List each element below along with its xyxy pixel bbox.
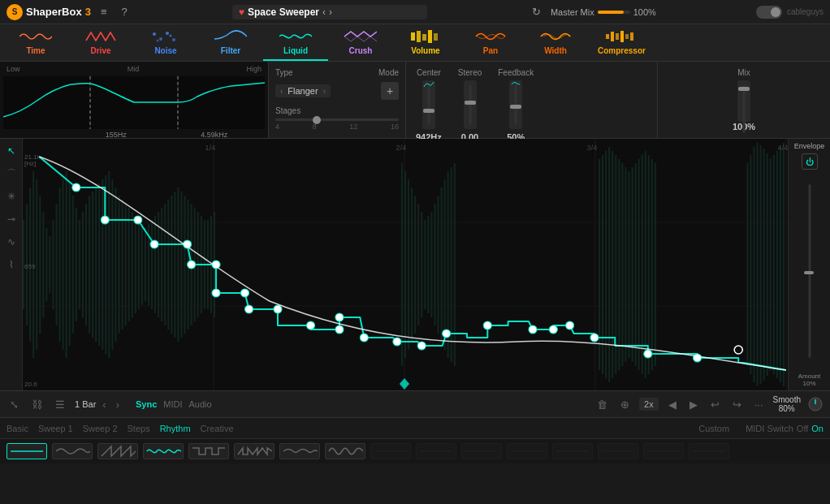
mix-thumb[interactable] — [738, 87, 750, 91]
preset-next[interactable]: › — [329, 6, 332, 18]
tab-time[interactable]: Time — [3, 24, 68, 61]
stages-numbers: 4 8 12 16 — [275, 123, 399, 131]
more-button[interactable]: ··· — [751, 397, 767, 412]
tool-cursor[interactable]: ↖ — [2, 142, 20, 160]
pattern-custom-6[interactable] — [598, 443, 638, 459]
btab-rhythm[interactable]: Rhythm — [160, 424, 191, 433]
band-display: Low Mid High 155Hz 4.59kHz — [0, 62, 268, 138]
tab-pan[interactable]: Pan — [458, 24, 523, 61]
pattern-custom-7[interactable] — [643, 443, 684, 459]
envelope-slider[interactable] — [804, 176, 815, 366]
tool-pen[interactable]: ⌒ — [2, 165, 20, 183]
svg-point-152 — [240, 289, 249, 297]
bar-next[interactable]: › — [113, 397, 123, 412]
pattern-custom-5[interactable] — [552, 443, 593, 459]
undo-button[interactable]: ↩ — [707, 397, 723, 412]
mode-button[interactable]: + — [381, 82, 399, 100]
env-thumb[interactable] — [804, 271, 814, 274]
stereo-slider[interactable] — [464, 80, 477, 129]
midi-off-label[interactable]: Off — [797, 424, 808, 433]
crush-icon — [344, 28, 377, 45]
svg-rect-103 — [612, 151, 613, 378]
envelope-power-button[interactable]: ⏻ — [802, 153, 818, 170]
stages-row: Stages 4 8 12 16 — [275, 106, 399, 131]
tool-wave[interactable]: ∿ — [2, 233, 20, 251]
btab-steps[interactable]: Steps — [128, 424, 150, 433]
pattern-custom-1[interactable] — [370, 443, 411, 459]
menu-button[interactable]: ≡ — [96, 4, 112, 19]
play-prev-button[interactable]: ◀ — [665, 397, 680, 412]
svg-rect-40 — [79, 220, 80, 309]
tool-link[interactable]: ⊸ — [2, 210, 20, 228]
svg-rect-114 — [648, 155, 650, 374]
audio-button[interactable]: Audio — [189, 399, 212, 409]
stages-label: Stages — [275, 106, 399, 115]
type-selector[interactable]: ‹ Flanger › — [275, 84, 331, 97]
delete-button[interactable]: 🗑 — [594, 397, 611, 412]
tab-volume[interactable]: Volume — [393, 24, 458, 61]
link-button[interactable]: ⛓ — [28, 397, 45, 412]
type-prev[interactable]: ‹ — [280, 87, 283, 96]
sync-button[interactable]: Sync — [136, 399, 157, 409]
pattern-item-2[interactable] — [52, 443, 93, 459]
pattern-item-3[interactable] — [97, 443, 138, 459]
refresh-button[interactable]: ↻ — [527, 4, 546, 19]
stereo-thumb[interactable] — [465, 101, 476, 105]
tab-width[interactable]: Width — [523, 24, 588, 61]
smooth-knob[interactable] — [807, 396, 824, 412]
pattern-item-7[interactable] — [279, 443, 320, 459]
midi-button[interactable]: MIDI — [163, 399, 182, 409]
midi-on-label[interactable]: On — [811, 424, 824, 433]
tab-compressor[interactable]: Compressor — [588, 24, 655, 61]
pattern-item-6[interactable] — [234, 443, 275, 459]
tool-node[interactable]: ⌇ — [2, 256, 20, 274]
btab-creative[interactable]: Creative — [201, 424, 234, 433]
btab-sweep2[interactable]: Sweep 2 — [83, 424, 118, 433]
mix-slider[interactable] — [737, 80, 750, 122]
tab-liquid[interactable]: Liquid — [263, 24, 328, 61]
master-bar[interactable] — [598, 11, 630, 14]
svg-rect-88 — [421, 212, 422, 317]
pattern-custom-3[interactable] — [461, 443, 502, 459]
tab-noise[interactable]: Noise — [133, 24, 198, 61]
feedback-thumb[interactable] — [510, 105, 521, 109]
tab-filter[interactable]: Filter — [198, 24, 263, 61]
feedback-slider[interactable] — [509, 80, 522, 129]
bar-prev[interactable]: ‹ — [99, 397, 109, 412]
stages-4: 4 — [275, 123, 279, 131]
pattern-custom-4[interactable] — [507, 443, 547, 459]
preset-prev[interactable]: ‹ — [322, 6, 326, 18]
svg-rect-84 — [408, 179, 409, 350]
svg-point-154 — [274, 305, 282, 313]
btab-basic[interactable]: Basic — [6, 424, 28, 433]
redo-button[interactable]: ↪ — [729, 397, 745, 412]
power-toggle[interactable] — [756, 6, 782, 19]
pattern-custom-2[interactable] — [416, 443, 456, 459]
list-button[interactable]: ☰ — [52, 397, 68, 412]
stages-thumb[interactable] — [313, 116, 321, 124]
liquid-icon — [279, 28, 312, 45]
pattern-item-1[interactable] — [6, 443, 47, 459]
pattern-item-4[interactable] — [143, 443, 184, 459]
stages-slider[interactable] — [275, 118, 399, 121]
pattern-custom-8[interactable] — [689, 443, 729, 459]
pattern-item-8[interactable] — [325, 443, 365, 459]
zoom-button[interactable]: ⤡ — [6, 397, 22, 412]
filter-icon — [214, 28, 247, 45]
stages-12: 12 — [349, 123, 357, 131]
center-thumb[interactable] — [423, 109, 434, 113]
copy-button[interactable]: ⊕ — [617, 397, 633, 412]
app-name: ShaperBox — [26, 6, 82, 18]
main-canvas[interactable]: 1/4 2/4 3/4 4/4 21.1k [Hz] 659 20.6 — [23, 139, 788, 390]
center-slider[interactable] — [422, 80, 435, 129]
tab-drive[interactable]: Drive — [68, 24, 133, 61]
help-button[interactable]: ? — [116, 4, 132, 19]
type-next[interactable]: › — [323, 87, 326, 96]
play-button[interactable]: ▶ — [686, 397, 701, 412]
mult-button[interactable]: 2x — [639, 398, 659, 411]
btab-sweep1[interactable]: Sweep 1 — [38, 424, 73, 433]
tool-magnet[interactable]: ✳ — [2, 187, 20, 205]
pattern-item-5[interactable] — [188, 443, 229, 459]
svg-rect-92 — [434, 204, 435, 325]
tab-crush[interactable]: Crush — [328, 24, 393, 61]
